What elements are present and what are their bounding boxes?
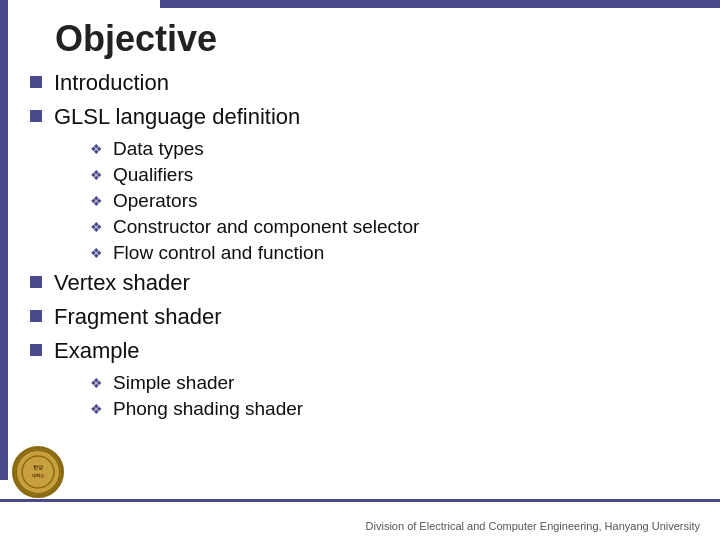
main-item-label: GLSL language definition bbox=[54, 104, 300, 130]
main-item-label: Fragment shader bbox=[54, 304, 222, 330]
slide-title: Objective bbox=[55, 18, 217, 60]
logo: 한양 대학교 bbox=[12, 446, 64, 498]
sub-bullet-icon: ❖ bbox=[90, 167, 103, 183]
bullet-icon bbox=[30, 344, 42, 356]
sub-bullet-icon: ❖ bbox=[90, 193, 103, 209]
sub-items-glsl: ❖ Data types ❖ Qualifiers ❖ Operators ❖ … bbox=[90, 138, 700, 264]
main-item-label: Introduction bbox=[54, 70, 169, 96]
svg-text:대학교: 대학교 bbox=[32, 473, 44, 478]
bullet-icon bbox=[30, 76, 42, 88]
footer-text: Division of Electrical and Computer Engi… bbox=[0, 520, 720, 532]
sub-item-label: Phong shading shader bbox=[113, 398, 303, 420]
slide: Objective Introduction GLSL language def… bbox=[0, 0, 720, 540]
university-logo: 한양 대학교 bbox=[12, 446, 64, 498]
list-item: ❖ Flow control and function bbox=[90, 242, 700, 264]
sub-item-label: Qualifiers bbox=[113, 164, 193, 186]
sub-item-label: Operators bbox=[113, 190, 197, 212]
list-item: Vertex shader bbox=[30, 270, 700, 296]
list-item: ❖ Qualifiers bbox=[90, 164, 700, 186]
list-item: ❖ Phong shading shader bbox=[90, 398, 700, 420]
sub-item-label: Flow control and function bbox=[113, 242, 324, 264]
list-item: ❖ Simple shader bbox=[90, 372, 700, 394]
list-item: ❖ Data types bbox=[90, 138, 700, 160]
list-item: Example bbox=[30, 338, 700, 364]
top-accent-bar bbox=[160, 0, 720, 8]
svg-text:한양: 한양 bbox=[33, 464, 44, 470]
left-accent-bar bbox=[0, 0, 8, 480]
main-item-label: Vertex shader bbox=[54, 270, 190, 296]
list-item: ❖ Operators bbox=[90, 190, 700, 212]
list-item: ❖ Constructor and component selector bbox=[90, 216, 700, 238]
sub-item-label: Data types bbox=[113, 138, 204, 160]
list-item: Introduction bbox=[30, 70, 700, 96]
sub-item-label: Constructor and component selector bbox=[113, 216, 419, 238]
bullet-icon bbox=[30, 310, 42, 322]
sub-bullet-icon: ❖ bbox=[90, 245, 103, 261]
bullet-icon bbox=[30, 110, 42, 122]
sub-bullet-icon: ❖ bbox=[90, 219, 103, 235]
bullet-icon bbox=[30, 276, 42, 288]
content-area: Introduction GLSL language definition ❖ … bbox=[30, 70, 700, 426]
bottom-accent-bar bbox=[0, 499, 720, 502]
main-item-label: Example bbox=[54, 338, 140, 364]
sub-bullet-icon: ❖ bbox=[90, 375, 103, 391]
sub-items-example: ❖ Simple shader ❖ Phong shading shader bbox=[90, 372, 700, 420]
sub-bullet-icon: ❖ bbox=[90, 401, 103, 417]
sub-bullet-icon: ❖ bbox=[90, 141, 103, 157]
list-item: GLSL language definition bbox=[30, 104, 700, 130]
list-item: Fragment shader bbox=[30, 304, 700, 330]
sub-item-label: Simple shader bbox=[113, 372, 234, 394]
